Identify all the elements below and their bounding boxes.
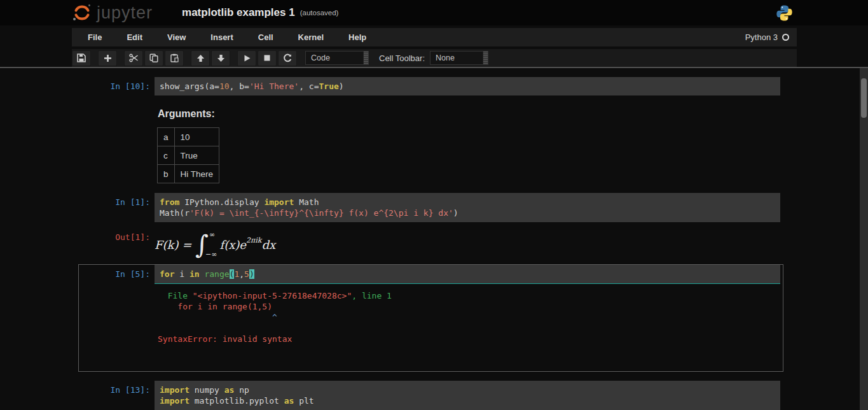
arguments-table: a10cTruebHi There [157, 127, 219, 183]
plus-icon [104, 54, 112, 62]
play-icon [243, 54, 251, 62]
jupyter-notebook-app: jupyter matplotlib examples 1 (autosaved… [0, 0, 868, 410]
cell-type-select[interactable]: Code [305, 51, 369, 65]
html-output: Arguments:a10cTruebHi There [155, 108, 219, 183]
cell-in-13: In [13]:import numpy as npimport matplot… [78, 380, 783, 410]
cut-cells-button[interactable] [124, 50, 143, 66]
cell-in-1: In [1]:from IPython.display import MathM… [78, 192, 783, 223]
cell-toolbar-label: Cell Toolbar: [379, 53, 425, 63]
table-row: a10 [158, 128, 219, 146]
menu-edit[interactable]: Edit [118, 28, 151, 46]
floppy-icon [77, 53, 86, 62]
menu-help[interactable]: Help [340, 28, 375, 46]
code-line: import matplotlib.pyplot as plt [160, 395, 775, 406]
cell-in-10: In [10]:show_args(a=10, b='Hi There', c=… [78, 76, 783, 96]
output-prompt-empty [79, 108, 155, 183]
menu-kernel[interactable]: Kernel [289, 28, 333, 46]
stop-icon [263, 54, 271, 62]
output-prompt: Out[1]: [79, 228, 155, 258]
scrollbar-thumb[interactable] [861, 78, 867, 118]
menu-file[interactable]: File [79, 28, 111, 46]
notebook-title[interactable]: matplotlib examples 1 [182, 6, 295, 19]
refresh-icon [283, 53, 292, 62]
arg-name-cell: a [158, 128, 175, 146]
code-input[interactable]: import numpy as npimport matplotlib.pypl… [155, 381, 780, 410]
menu-view[interactable]: View [158, 28, 195, 46]
code-line: from IPython.display import Math [160, 197, 775, 208]
cell-out-1: Out[1]:F(k) = ∫∞−∞f(x)e2πikdx [78, 227, 783, 259]
toolbar-group [72, 50, 92, 66]
code-input[interactable]: show_args(a=10, b='Hi There', c=True) [155, 77, 780, 95]
code-line: Math(r'F(k) = \int_{-\infty}^{\infty} f(… [160, 208, 775, 218]
toolbar-group [98, 50, 118, 66]
table-row: bHi There [158, 165, 219, 183]
input-prompt: In [10]: [79, 77, 155, 95]
cell-toolbar-value: None [431, 53, 483, 62]
arrow-down-icon [217, 54, 225, 62]
cell-in-5: In [5]:for i in range(1,5) File "<ipytho… [78, 264, 783, 372]
jupyter-logo-text: jupyter [97, 3, 153, 23]
select-gadget-icon [363, 52, 368, 64]
cell-out-10: Arguments:a10cTruebHi There [78, 108, 783, 184]
autosave-status: (autosaved) [300, 9, 339, 17]
output-heading: Arguments: [158, 108, 219, 120]
paste-cells-button[interactable] [165, 50, 184, 66]
jupyter-logo[interactable]: jupyter [71, 2, 153, 24]
scrollbar[interactable] [860, 68, 868, 410]
code-input[interactable]: for i in range(1,5) [155, 265, 780, 284]
run-cell-button[interactable] [237, 50, 256, 66]
output-prompt-empty [79, 284, 155, 344]
scissors-icon [129, 53, 139, 62]
menu-bar: FileEditViewInsertCellKernelHelp Python … [72, 28, 797, 46]
copy-icon [149, 53, 158, 62]
arg-value-cell: True [174, 146, 219, 165]
latex-formula: F(k) = ∫∞−∞f(x)e2πikdx [155, 228, 275, 258]
toolbar-group [124, 50, 185, 66]
kernel-idle-icon [782, 34, 789, 41]
arg-value-cell: Hi There [174, 165, 219, 183]
toolbar-group [237, 50, 298, 66]
arg-name-cell: c [158, 146, 175, 165]
code-line: for i in range(1,5) [160, 269, 775, 279]
input-prompt: In [1]: [79, 193, 155, 222]
header-bar: jupyter matplotlib examples 1 (autosaved… [0, 0, 868, 25]
arg-value-cell: 10 [174, 128, 219, 146]
insert-cell-below-button[interactable] [98, 50, 117, 66]
kernel-name: Python 3 [745, 32, 778, 42]
arg-name-cell: b [158, 165, 175, 183]
kernel-indicator: Python 3 [745, 32, 797, 42]
input-prompt: In [13]: [79, 381, 155, 410]
code-line: import numpy as np [160, 385, 775, 395]
move-cell-up-button[interactable] [191, 50, 210, 66]
code-input[interactable]: from IPython.display import MathMath(r'F… [155, 193, 780, 222]
python-logo-icon [776, 4, 793, 24]
move-cell-down-button[interactable] [211, 50, 230, 66]
toolbar-buttons [72, 50, 304, 66]
toolbar: Code Cell Toolbar: None [72, 49, 797, 67]
paste-icon [170, 53, 179, 62]
menu-insert[interactable]: Insert [202, 28, 242, 46]
code-line: show_args(a=10, b='Hi There', c=True) [160, 81, 775, 92]
notebook-area: In [10]:show_args(a=10, b='Hi There', c=… [0, 68, 860, 410]
input-prompt: In [5]: [79, 265, 155, 284]
table-row: cTrue [158, 146, 219, 165]
restart-kernel-button[interactable] [278, 50, 297, 66]
save-button[interactable] [72, 50, 91, 66]
arrow-up-icon [196, 54, 205, 62]
toolbar-group [191, 50, 231, 66]
cell-toolbar-select[interactable]: None [430, 51, 488, 65]
copy-cells-button[interactable] [144, 50, 163, 66]
error-output: File "<ipython-input-5-27618e47028c>", l… [155, 284, 392, 344]
interrupt-kernel-button[interactable] [258, 50, 277, 66]
select-gadget-icon [483, 52, 488, 64]
menu-cell[interactable]: Cell [249, 28, 282, 46]
cell-type-value: Code [306, 53, 363, 62]
jupyter-logo-icon [71, 2, 93, 24]
